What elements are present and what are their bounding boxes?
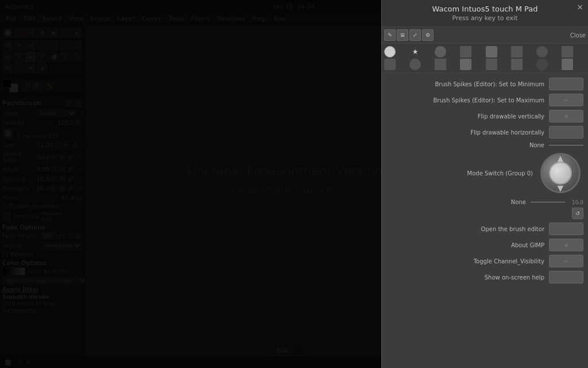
brush-grid-14[interactable] <box>562 59 573 70</box>
wacom-pencil-icon[interactable]: ✎ <box>384 29 396 41</box>
onscreen-help-control[interactable] <box>549 271 583 283</box>
wacom-row-channel-vis: Toggle Channel_Visibility — <box>386 255 583 267</box>
brush-grid-1[interactable] <box>435 46 446 57</box>
none-line-bottom <box>531 202 565 202</box>
flip-vert-control[interactable]: o <box>549 110 583 122</box>
brush-editor-control[interactable] <box>549 223 583 235</box>
none-right-value: 10.0 <box>572 200 583 205</box>
wacom-row-onscreen-help: Show on-screen help <box>386 271 583 283</box>
wacom-row-about-gimp: About GIMP o <box>386 239 583 251</box>
brush-grid-10[interactable] <box>460 59 471 70</box>
wacom-close-label: Close <box>570 29 586 41</box>
wacom-row-brush-spikes-min: Brush Spikes (Editor): Set to Minimum <box>386 78 583 90</box>
brush-editor-label: Open the brush editor <box>386 226 544 232</box>
brush-selection-grid: ★ <box>382 44 588 73</box>
mode-switch-arrow-down: ▼ <box>558 183 564 193</box>
channel-vis-label: Toggle Channel_Visibility <box>386 258 544 264</box>
brush-grid-6[interactable] <box>562 46 573 57</box>
brush-grid-12[interactable] <box>511 59 523 70</box>
wacom-top-icons: ✎ ⊞ ⤢ ⚙ <box>384 29 570 41</box>
overlay-dim <box>0 0 381 368</box>
brush-grid-5[interactable] <box>536 46 548 57</box>
wacom-overlay: Wacom Intuos5 touch M Pad Press any key … <box>0 0 588 368</box>
brush-grid-3[interactable] <box>486 46 497 57</box>
wacom-row-flip-horiz: Flip drawable horizontally <box>386 126 583 139</box>
onscreen-help-label: Show on-screen help <box>386 274 544 281</box>
mode-switch-container: ▲ ▼ <box>537 151 583 195</box>
about-gimp-control[interactable]: o <box>549 239 583 251</box>
mode-switch-inner <box>549 162 572 185</box>
brush-grid-large[interactable] <box>384 46 396 57</box>
wacom-dialog: Wacom Intuos5 touch M Pad Press any key … <box>381 0 588 368</box>
wacom-grid-icon[interactable]: ⊞ <box>397 29 408 41</box>
wacom-subtitle: Press any key to exit <box>389 14 581 22</box>
none-top-label: None <box>386 142 544 148</box>
wacom-tool-icon[interactable]: ⚙ <box>422 29 434 41</box>
about-gimp-label: About GIMP <box>386 242 544 248</box>
brush-spikes-min-label: Brush Spikes (Editor): Set to Minimum <box>386 81 544 87</box>
brush-grid-8[interactable] <box>409 59 421 70</box>
wacom-none-row-top: None <box>386 142 583 148</box>
brush-grid-11[interactable] <box>486 59 497 70</box>
mode-switch-arrow-up: ▲ <box>558 154 564 163</box>
wacom-expand-icon[interactable]: ⤢ <box>409 29 421 41</box>
wacom-none-row-bottom: None 10.0 <box>386 199 583 205</box>
wacom-row-brush-editor: Open the brush editor <box>386 223 583 235</box>
brush-grid-7[interactable] <box>384 59 396 70</box>
scroll-controls-row: ↺ <box>386 208 583 219</box>
wacom-close-button[interactable]: × <box>577 2 583 12</box>
wacom-row-flip-vert: Flip drawable vertically o <box>386 110 583 122</box>
brush-grid-4[interactable] <box>511 46 523 57</box>
flip-vert-label: Flip drawable vertically <box>386 113 544 120</box>
wacom-row-brush-spikes-max: Brush Spikes (Editor): Set to Maximum — <box>386 94 583 106</box>
brush-grid-13[interactable] <box>536 59 548 70</box>
brush-grid-star[interactable]: ★ <box>409 46 421 57</box>
brush-spikes-max-label: Brush Spikes (Editor): Set to Maximum <box>386 97 544 103</box>
scroll-reset-icon[interactable]: ↺ <box>572 208 583 219</box>
wacom-top-controls: ✎ ⊞ ⤢ ⚙ Close <box>382 27 588 44</box>
flip-horiz-control[interactable] <box>549 126 583 139</box>
none-line-top <box>549 145 583 145</box>
brush-grid-2[interactable] <box>460 46 471 57</box>
brush-spikes-max-control[interactable]: — <box>549 94 583 106</box>
flip-horiz-label: Flip drawable horizontally <box>386 129 544 136</box>
mode-switch-label: Mode Switch (Group 0) <box>386 170 533 177</box>
wacom-mode-switch-row: Mode Switch (Group 0) ▲ ▼ <box>386 151 583 195</box>
brush-grid-9[interactable] <box>435 59 446 70</box>
channel-vis-control[interactable]: — <box>549 255 583 267</box>
mode-switch-dial[interactable]: ▲ ▼ <box>540 153 581 193</box>
brush-spikes-min-control[interactable] <box>549 78 583 90</box>
wacom-title: Wacom Intuos5 touch M Pad <box>389 5 581 13</box>
none-bottom-label: None <box>386 199 526 205</box>
wacom-buttons-list: Brush Spikes (Editor): Set to Minimum Br… <box>382 73 588 368</box>
wacom-header: Wacom Intuos5 touch M Pad Press any key … <box>382 0 588 27</box>
